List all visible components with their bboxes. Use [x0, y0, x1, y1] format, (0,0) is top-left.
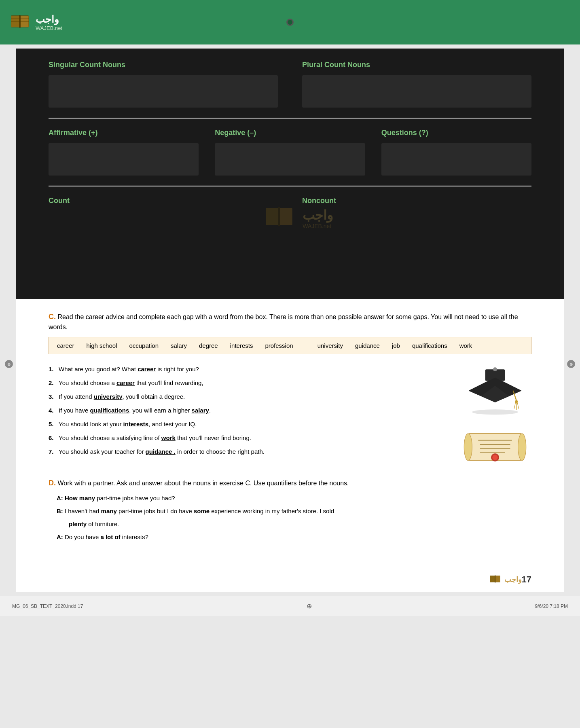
count-noncount-wrapper: Count Noncount واجب WAJEB.net — [49, 197, 531, 209]
word-career: career — [57, 342, 74, 349]
svg-rect-1 — [20, 15, 29, 27]
watermark-book-icon — [261, 203, 298, 233]
section-d-label: D. Work with a partner. Ask and answer a… — [49, 478, 531, 489]
exercise-num-4: 4. — [49, 406, 59, 415]
svg-point-10 — [472, 409, 518, 415]
speaker-b: B: — [57, 508, 63, 514]
white-content-section: C. Read the career advice and complete e… — [16, 299, 564, 569]
exercise-text-3: If you attend university, you'll obtain … — [59, 392, 447, 402]
right-nav-dot[interactable]: ⊕ — [567, 360, 575, 368]
exercise-item-5: 5. You should look at your interests, an… — [49, 419, 447, 429]
page-container: Singular Count Nouns Plural Count Nouns … — [16, 49, 564, 592]
svg-line-18 — [517, 402, 519, 409]
exercise-item-4: 4. If you have qualifications, you will … — [49, 406, 447, 415]
left-arrow-icon: ⊕ — [7, 362, 11, 366]
svg-point-22 — [518, 434, 526, 461]
left-nav-dot[interactable]: ⊕ — [5, 360, 13, 368]
grammar-tables-row: Singular Count Nouns Plural Count Nouns — [49, 61, 531, 108]
questions-content — [381, 143, 531, 176]
a2-end: interests? — [122, 533, 148, 540]
exercise-num-2: 2. — [49, 378, 59, 388]
noncount-header: Noncount — [302, 197, 531, 205]
exercise-text-6: You should choose a satisfying line of w… — [59, 433, 447, 443]
svg-rect-31 — [495, 575, 495, 582]
center-dot — [286, 19, 294, 26]
b-some: some — [194, 508, 210, 514]
b-end: experience working in my father's store.… — [211, 508, 334, 514]
exercise-item-7: 7. You should ask your teacher for guida… — [49, 447, 447, 457]
svg-rect-0 — [11, 15, 20, 27]
section-c-letter: C. — [49, 313, 56, 321]
bottom-file-info: MG_06_SB_TEXT_2020.indd 17 — [12, 603, 83, 609]
b-cont-end: of furniture. — [88, 521, 119, 527]
word-interests: interests — [230, 342, 253, 349]
exercise-item-6: 6. You should choose a satisfying line o… — [49, 433, 447, 443]
negative-form: Negative (–) — [215, 129, 365, 176]
exercise-num-7: 7. — [49, 447, 59, 457]
right-arrow-icon: ⊕ — [569, 362, 573, 366]
divider-1 — [49, 118, 531, 119]
dialogue-line-a1: A: How many part-time jobs have you had? — [57, 493, 531, 503]
word-work: work — [459, 342, 472, 349]
count-header: Count — [49, 197, 278, 205]
a1-rest: part-time jobs have you had? — [97, 495, 175, 502]
section-d-letter: D. — [49, 479, 56, 487]
negative-content — [215, 143, 365, 176]
answer-6: work — [161, 434, 176, 441]
answer-5: interests — [123, 421, 149, 427]
questions-form: Questions (?) — [381, 129, 531, 176]
dark-watermark: واجب WAJEB.net — [261, 203, 333, 233]
footer-arabic-text: واجب — [504, 575, 522, 584]
answer-3: university — [94, 393, 123, 400]
plural-count-table: Plural Count Nouns — [302, 61, 531, 108]
page-number: 17 — [522, 574, 531, 585]
speaker-a1: A: — [57, 495, 63, 502]
exercise-text-2: You should choose a career that you'll f… — [59, 378, 447, 388]
b-start: I haven't had — [65, 508, 101, 514]
word-guidance: guidance — [355, 342, 380, 349]
word-degree: degree — [199, 342, 218, 349]
svg-point-28 — [492, 455, 497, 460]
a2-alotof: a lot of — [100, 533, 120, 540]
singular-count-header: Singular Count Nouns — [49, 61, 278, 69]
affirmative-form: Affirmative (+) — [49, 129, 199, 176]
answer-2: career — [116, 379, 135, 386]
svg-rect-30 — [495, 576, 500, 582]
word-qualifications: qualifications — [412, 342, 447, 349]
dialogue-line-b: B: I haven't had many part-time jobs but… — [57, 506, 531, 516]
section-c-label: C. Read the career advice and complete e… — [49, 311, 531, 332]
svg-point-13 — [493, 367, 497, 371]
word-profession: profession — [265, 342, 293, 349]
bottom-date-info: 9/6/20 7:18 PM — [535, 603, 568, 609]
bottom-bar: MG_06_SB_TEXT_2020.indd 17 ⊕ 9/6/20 7:18… — [0, 596, 580, 616]
affirmative-header: Affirmative (+) — [49, 129, 199, 137]
dark-grammar-section: Singular Count Nouns Plural Count Nouns … — [16, 49, 564, 299]
exercise-item-2: 2. You should choose a career that you'l… — [49, 378, 447, 388]
word-high-school: high school — [87, 342, 117, 349]
divider-2 — [49, 186, 531, 186]
word-occupation: occupation — [129, 342, 159, 349]
section-c-instruction: Read the career advice and complete each… — [49, 313, 518, 330]
noncount-item: Noncount — [302, 197, 531, 209]
plural-count-header: Plural Count Nouns — [302, 61, 531, 69]
exercise-text-1: What are you good at? What career is rig… — [59, 364, 447, 374]
section-d-instruction: Work with a partner. Ask and answer abou… — [57, 480, 349, 487]
svg-rect-29 — [490, 576, 495, 582]
exercise-text-7: You should ask your teacher for guidance… — [59, 447, 447, 457]
svg-rect-8 — [279, 208, 292, 225]
exercise-area: 1. What are you good at? What career is … — [49, 364, 531, 466]
exercise-num-1: 1. — [49, 364, 59, 374]
exercise-num-3: 3. — [49, 392, 59, 402]
dialogue-line-b-cont: plenty of furniture. — [57, 519, 531, 529]
word-university: university — [318, 342, 343, 349]
negative-header: Negative (–) — [215, 129, 365, 137]
exercise-items: 1. What are you good at? What career is … — [49, 364, 447, 461]
exercise-item-1: 1. What are you good at? What career is … — [49, 364, 447, 374]
word-box: career high school occupation salary deg… — [49, 337, 531, 354]
answer-7: guidance . — [146, 448, 176, 455]
diploma-image — [461, 425, 529, 466]
b-many: many — [101, 508, 117, 514]
b-plenty: plenty — [69, 521, 87, 527]
questions-header: Questions (?) — [381, 129, 531, 137]
answer-1: career — [138, 366, 156, 372]
